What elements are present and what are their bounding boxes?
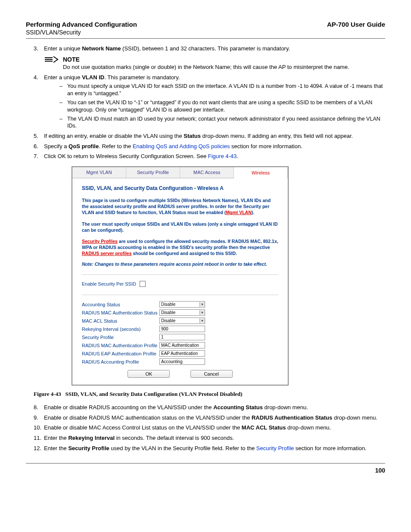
chevron-down-icon: ▼ (199, 318, 205, 323)
step-9: 9. Enable or disable RADIUS MAC authenti… (34, 414, 385, 422)
panel-p2: The user must specify unique SSIDs and V… (82, 221, 278, 233)
cancel-button[interactable]: Cancel (190, 370, 233, 378)
figure-link[interactable]: Figure 4-43 (208, 153, 237, 159)
row-accounting-status: Accounting Status Disable ▼ (82, 301, 278, 308)
note-arrow-icon (44, 56, 59, 63)
security-profile-input[interactable]: 1 (159, 334, 205, 340)
mgmt-vlan-link[interactable]: Mgmt VLAN (226, 210, 252, 215)
tab-bar: Mgmt VLAN Security Profile MAC Access Wi… (72, 167, 288, 178)
chevron-down-icon: ▼ (199, 310, 205, 315)
header-rule (26, 38, 385, 39)
radius-mac-auth-profile-input[interactable]: MAC Authentication (159, 342, 205, 348)
enable-security-checkbox[interactable] (140, 281, 146, 287)
panel-title: SSID, VLAN, and Security Data Configurat… (82, 185, 278, 191)
steps-list-bottom: 8. Enable or disable RADIUS accounting o… (34, 404, 385, 452)
page-header: Performing Advanced Configuration AP-700… (26, 21, 385, 28)
panel-note: Note: Changes to these parameters requir… (82, 261, 278, 267)
panel-sep-2 (82, 295, 278, 295)
enable-security-row: Enable Security Per SSID (82, 281, 278, 287)
step-4-sub1: You must specify a unique VLAN ID for ea… (59, 83, 385, 97)
row-rekeying-interval: Rekeying Interval (seconds) 900 (82, 326, 278, 332)
row-radius-mac-auth-profile: RADIUS MAC Authentication Profile MAC Au… (82, 342, 278, 348)
step-4-sub2: You can set the VLAN ID to “-1” or “unta… (59, 99, 385, 114)
security-profiles-link[interactable]: Security Profiles (82, 239, 118, 244)
row-radius-mac-auth-status: RADIUS MAC Authentication Status Disable… (82, 309, 278, 316)
row-security-profile: Security Profile 1 (82, 334, 278, 340)
row-radius-eap-auth-profile: RADIUS EAP Authentication Profile EAP Au… (82, 350, 278, 357)
step-4-sublist: You must specify a unique VLAN ID for ea… (59, 83, 385, 130)
header-sub: SSID/VLAN/Security (26, 29, 385, 36)
steps-list-mid: 4. Enter a unique VLAN ID. This paramete… (34, 74, 385, 160)
page-footer: 100 (26, 463, 385, 474)
radius-profiles-link[interactable]: RADIUS server profiles (82, 251, 132, 256)
step-7: 7. Click OK to return to Wireless Securi… (34, 152, 385, 160)
header-left: Performing Advanced Configuration (26, 21, 137, 28)
step-4: 4. Enter a unique VLAN ID. This paramete… (34, 74, 385, 130)
radius-mac-auth-status-select[interactable]: Disable ▼ (159, 309, 205, 316)
step-11: 11. Enter the Rekeying Interval in secon… (34, 434, 385, 442)
qos-link[interactable]: Enabling QoS and Adding QoS policies (133, 143, 230, 149)
step-5: 5. If editing an entry, enable or disabl… (34, 132, 385, 140)
step-6: 6. Specify a QoS profile. Refer to the E… (34, 143, 385, 150)
radius-eap-auth-profile-input[interactable]: EAP Authentication (159, 350, 205, 357)
mac-acl-status-select[interactable]: Disable ▼ (159, 317, 205, 324)
rekeying-interval-input[interactable]: 900 (159, 326, 205, 332)
accounting-status-select[interactable]: Disable ▼ (159, 301, 205, 308)
panel-p3: Security Profiles are used to configure … (82, 238, 278, 257)
note-label: NOTE (63, 56, 80, 63)
tab-mac-access[interactable]: MAC Access (180, 167, 234, 178)
radius-accounting-profile-input[interactable]: Accounting (159, 358, 205, 365)
step-10: 10. Enable or disable MAC Access Control… (34, 424, 385, 432)
chevron-down-icon: ▼ (199, 302, 205, 307)
step-8: 8. Enable or disable RADIUS accounting o… (34, 404, 385, 411)
step-3: 3. Enter a unique Network Name (SSID), b… (34, 45, 385, 53)
header-right: AP-700 User Guide (327, 21, 385, 28)
panel-body: SSID, VLAN, and Security Data Configurat… (72, 178, 288, 380)
button-row: OK Cancel (82, 370, 278, 378)
note-block: NOTE Do not use quotation marks (single … (44, 56, 385, 70)
page-number: 100 (375, 467, 385, 474)
ok-button[interactable]: OK (128, 370, 170, 378)
tab-mgmt-vlan[interactable]: Mgmt VLAN (72, 167, 126, 178)
enable-security-label: Enable Security Per SSID (82, 281, 136, 286)
row-radius-accounting-profile: RADIUS Accounting Profile Accounting (82, 358, 278, 365)
step-4-sub3: The VLAN ID must match an ID used by you… (59, 115, 385, 130)
steps-list-top: 3. Enter a unique Network Name (SSID), b… (34, 45, 385, 53)
step-12: 12. Enter the Security Profile used by t… (34, 445, 385, 452)
tab-security-profile[interactable]: Security Profile (126, 167, 180, 178)
panel-p1: This page is used to configure multiple … (82, 197, 278, 216)
security-profile-link[interactable]: Security Profile (256, 445, 294, 451)
tab-wireless[interactable]: Wireless (234, 168, 288, 178)
config-panel: Mgmt VLAN Security Profile MAC Access Wi… (72, 166, 289, 386)
figure-caption: Figure 4-43 SSID, VLAN, and Security Dat… (34, 391, 385, 398)
figure-wrap: Mgmt VLAN Security Profile MAC Access Wi… (72, 166, 385, 386)
panel-sep-1 (82, 274, 278, 275)
row-mac-acl-status: MAC ACL Status Disable ▼ (82, 317, 278, 324)
note-body: Do not use quotation marks (single or do… (63, 64, 385, 70)
